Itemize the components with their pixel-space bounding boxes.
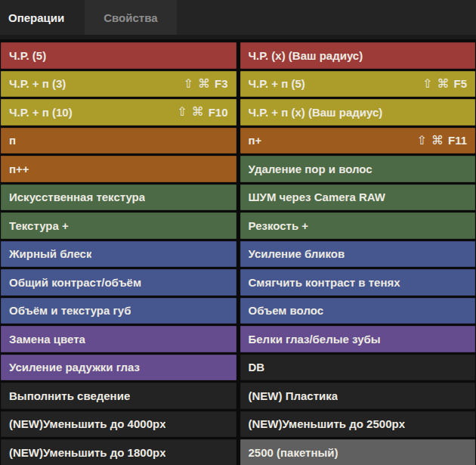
action-button[interactable]: Усиление радужки глаз: [1, 355, 236, 381]
action-button[interactable]: Жирный блеск: [1, 241, 236, 268]
shift-icon: ⇧: [417, 135, 427, 147]
action-label: Объём и текстура губ: [9, 304, 131, 317]
action-button[interactable]: Белки глаз/белые зубы: [240, 326, 476, 352]
shortcut: ⇧ ⌘ F10: [177, 106, 227, 119]
action-label: Ч.Р. + п (3): [9, 77, 66, 90]
action-button[interactable]: Ч.Р. + п (x) (Ваш радиус): [240, 99, 476, 126]
action-button[interactable]: Усиление бликов: [240, 241, 476, 268]
action-button[interactable]: п++: [1, 156, 236, 182]
shift-icon: ⇧: [177, 106, 187, 118]
tabbar-divider: [0, 35, 476, 39]
action-label: п++: [9, 163, 29, 175]
shift-icon: ⇧: [184, 78, 193, 90]
action-label: Ч.Р. + п (10): [9, 106, 73, 119]
action-label: ШУМ через Camera RAW: [249, 191, 385, 203]
action-button[interactable]: п: [1, 128, 236, 154]
tab-operations[interactable]: Операции: [0, 0, 85, 35]
action-button[interactable]: ШУМ через Camera RAW: [240, 184, 476, 211]
action-button[interactable]: Удаление пор и волос: [240, 156, 476, 182]
action-label: Текстура +: [9, 219, 69, 232]
action-label: Ч.Р. (x) (Ваш радиус): [249, 49, 363, 62]
action-label: Ч.Р. (5): [9, 49, 46, 62]
tab-properties-label: Свойства: [104, 11, 157, 24]
action-button[interactable]: Текстура +: [1, 212, 236, 239]
action-button[interactable]: Искусственная текстура: [1, 184, 236, 211]
shortcut: ⇧ ⌘ F5: [422, 77, 467, 90]
action-button[interactable]: Ч.Р. (x) (Ваш радиус): [240, 42, 476, 69]
shift-icon: ⇧: [422, 78, 432, 90]
shortcut-key: F3: [215, 77, 228, 90]
action-button[interactable]: 2500 (пакетный): [240, 439, 476, 465]
action-label: Общий контраст/объём: [9, 276, 141, 289]
command-icon: ⌘: [198, 78, 210, 90]
action-label: п: [9, 134, 16, 147]
action-button[interactable]: Смягчить контраст в тенях: [240, 269, 476, 296]
command-icon: ⌘: [431, 135, 444, 147]
action-button[interactable]: Замена цвета: [1, 326, 236, 352]
action-label: (NEW) Пластика: [249, 389, 338, 402]
action-button[interactable]: Ч.Р. + п (5) ⇧ ⌘ F5: [240, 71, 476, 98]
action-label: Смягчить контраст в тенях: [249, 276, 400, 289]
shortcut-key: F11: [448, 134, 467, 147]
command-icon: ⌘: [192, 106, 204, 118]
action-label: (NEW)Уменьшить до 4000px: [9, 417, 165, 430]
action-label: Объем волос: [249, 304, 324, 317]
shortcut: ⇧ ⌘ F3: [184, 77, 228, 90]
action-button[interactable]: Резкость +: [240, 212, 476, 239]
action-label: DB: [249, 361, 265, 374]
shortcut: ⇧ ⌘ F11: [417, 134, 467, 147]
action-label: 2500 (пакетный): [249, 446, 338, 459]
action-button[interactable]: (NEW)Уменьшить до 2500px: [240, 411, 476, 438]
tab-operations-label: Операции: [8, 11, 64, 24]
shortcut-key: F10: [209, 106, 228, 119]
action-button[interactable]: (NEW) Пластика: [240, 383, 476, 409]
action-button[interactable]: Общий контраст/объём: [1, 269, 236, 296]
action-label: Жирный блеск: [9, 247, 91, 260]
action-label: Удаление пор и волос: [249, 163, 372, 175]
action-label: Искусственная текстура: [9, 191, 145, 203]
action-label: Усиление бликов: [249, 247, 345, 260]
action-button[interactable]: Объем волос: [240, 298, 476, 324]
action-label: Замена цвета: [9, 333, 85, 346]
action-label: Усиление радужки глаз: [9, 361, 140, 374]
action-label: Белки глаз/белые зубы: [249, 333, 381, 346]
action-label: Ч.Р. + п (5): [249, 77, 305, 90]
action-label: п+: [249, 134, 262, 147]
action-label: Ч.Р. + п (x) (Ваш радиус): [249, 106, 383, 119]
action-button[interactable]: DB: [240, 355, 476, 381]
shortcut-key: F5: [453, 77, 467, 90]
action-button[interactable]: п+ ⇧ ⌘ F11: [240, 128, 476, 154]
tab-properties[interactable]: Свойства: [85, 0, 176, 35]
action-button[interactable]: Ч.Р. (5): [1, 42, 236, 69]
action-button[interactable]: (NEW)Уменьшить до 1800px: [1, 439, 236, 465]
action-button[interactable]: Объём и текстура губ: [1, 298, 236, 324]
action-button[interactable]: Ч.Р. + п (3) ⇧ ⌘ F3: [1, 71, 236, 98]
action-label: (NEW)Уменьшить до 1800px: [9, 446, 165, 459]
actions-grid: Ч.Р. (5) Ч.Р. (x) (Ваш радиус) Ч.Р. + п …: [0, 42, 476, 465]
action-button[interactable]: (NEW)Уменьшить до 4000px: [1, 411, 236, 438]
action-button[interactable]: Ч.Р. + п (10) ⇧ ⌘ F10: [1, 99, 236, 126]
action-label: Резкость +: [249, 219, 309, 232]
action-label: Выполнить сведение: [9, 389, 130, 402]
action-label: (NEW)Уменьшить до 2500px: [249, 417, 405, 430]
command-icon: ⌘: [437, 78, 449, 90]
tab-bar: Операции Свойства: [0, 0, 476, 35]
action-button[interactable]: Выполнить сведение: [1, 383, 236, 409]
